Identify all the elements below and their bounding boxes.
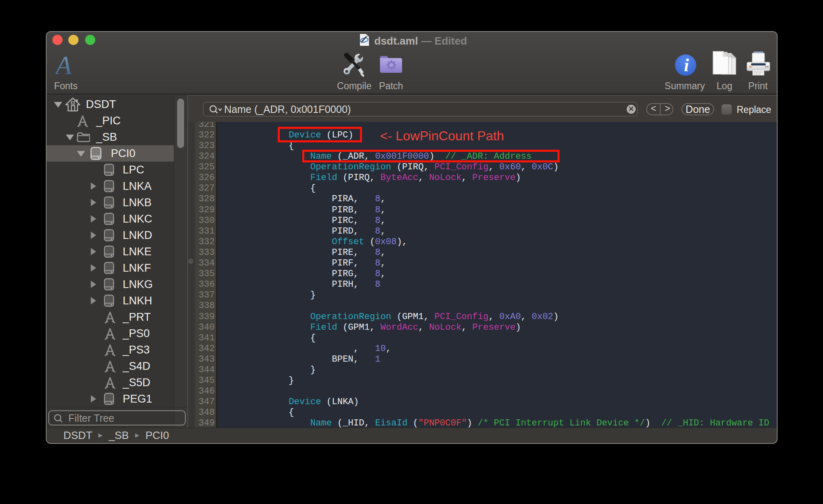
svg-text:i: i — [684, 55, 689, 75]
svg-text:A: A — [56, 54, 72, 79]
